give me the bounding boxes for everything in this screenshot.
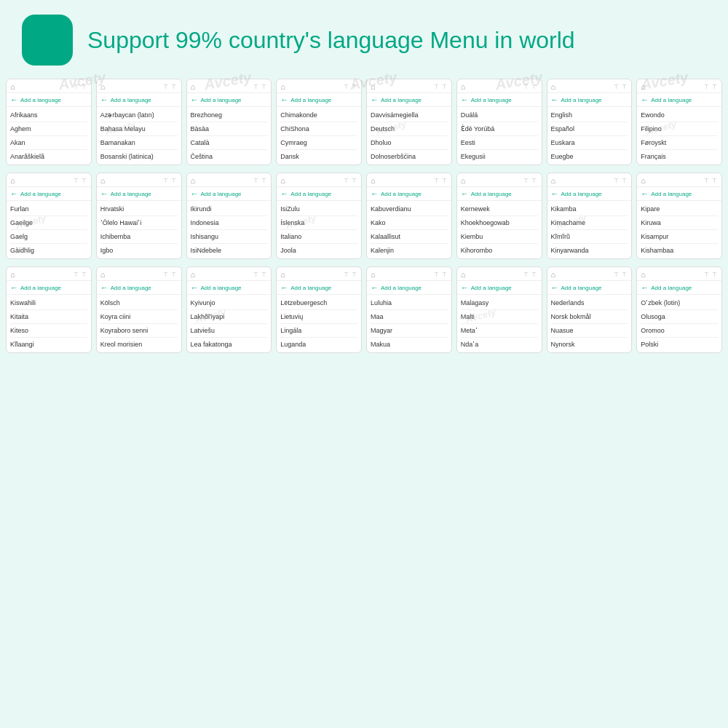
language-item[interactable]: Kalenjin xyxy=(371,244,448,257)
nav-row[interactable]: ←Add a language xyxy=(367,93,451,107)
add-language-label[interactable]: Add a language xyxy=(111,97,151,103)
language-item[interactable]: Català xyxy=(191,136,268,150)
language-item[interactable]: Kiteso xyxy=(10,324,87,338)
language-item[interactable]: Kisampur xyxy=(641,230,718,244)
language-item[interactable]: Kihorombo xyxy=(461,244,538,257)
nav-row[interactable]: ←Add a language xyxy=(637,93,721,107)
language-item[interactable]: English xyxy=(551,108,628,122)
back-arrow-icon[interactable]: ← xyxy=(551,189,559,198)
language-item[interactable]: Luluhia xyxy=(371,296,448,310)
nav-row[interactable]: ←Add a language xyxy=(7,93,91,107)
back-arrow-icon[interactable]: ← xyxy=(371,283,379,292)
language-item[interactable]: Lakhõl'iyapi xyxy=(191,310,268,324)
back-arrow-icon[interactable]: ← xyxy=(641,283,649,292)
language-item[interactable]: Cymraeg xyxy=(280,136,357,150)
language-item[interactable]: Kernewek xyxy=(461,202,538,216)
language-item[interactable]: Euskara xyxy=(551,136,628,150)
nav-row[interactable]: ←Add a language xyxy=(187,187,272,201)
language-item[interactable]: Français xyxy=(641,150,718,163)
language-item[interactable]: Nederlands xyxy=(551,296,628,310)
language-item[interactable]: Furlan xyxy=(10,202,87,216)
back-arrow-icon[interactable]: ← xyxy=(371,189,379,198)
nav-row[interactable]: ←Add a language xyxy=(187,281,272,295)
language-item[interactable]: Chimakonde xyxy=(280,108,357,122)
add-language-label[interactable]: Add a language xyxy=(201,285,242,291)
back-arrow-icon[interactable]: ← xyxy=(10,95,18,104)
language-item[interactable]: Bamanakan xyxy=(100,136,178,150)
language-item[interactable]: Euegbe xyxy=(551,150,628,163)
language-item[interactable]: Lëtzebuergesch xyxy=(280,296,357,310)
add-language-label[interactable]: Add a language xyxy=(290,285,331,291)
back-arrow-icon[interactable]: ← xyxy=(100,189,108,198)
language-item[interactable]: Metaʼ xyxy=(461,324,538,338)
language-item[interactable]: Anarâškielâ xyxy=(10,150,87,163)
language-item[interactable]: Kiembu xyxy=(461,230,538,244)
add-language-label[interactable]: Add a language xyxy=(111,191,151,197)
add-language-label[interactable]: Add a language xyxy=(201,97,242,103)
back-arrow-icon[interactable]: ← xyxy=(100,283,108,292)
language-item[interactable]: Gàidhlig xyxy=(10,244,87,257)
add-language-label[interactable]: Add a language xyxy=(651,191,692,197)
language-item[interactable]: Gaelg xyxy=(10,230,87,244)
language-item[interactable]: Ewondo xyxy=(641,108,718,122)
back-arrow-icon[interactable]: ← xyxy=(551,95,559,104)
add-language-label[interactable]: Add a language xyxy=(381,191,422,197)
language-item[interactable]: Duálá xyxy=(461,108,538,122)
language-item[interactable]: Deutsch xyxy=(371,122,448,136)
nav-row[interactable]: ←Add a language xyxy=(367,187,451,201)
add-language-label[interactable]: Add a language xyxy=(20,97,61,103)
language-item[interactable]: Kitaita xyxy=(10,310,87,324)
language-item[interactable]: IsiNdebele xyxy=(191,244,268,257)
add-language-label[interactable]: Add a language xyxy=(471,285,512,291)
language-item[interactable]: Luganda xyxy=(280,338,357,351)
back-arrow-icon[interactable]: ← xyxy=(280,283,288,292)
language-item[interactable]: Italiano xyxy=(280,230,357,244)
add-language-label[interactable]: Add a language xyxy=(290,191,331,197)
nav-row[interactable]: ←Add a language xyxy=(547,187,632,201)
nav-row[interactable]: ←Add a language xyxy=(277,187,361,201)
language-item[interactable]: IsiZulu xyxy=(280,202,357,216)
language-item[interactable]: Kinyarwanda xyxy=(551,244,628,257)
language-item[interactable]: Kiruwa xyxy=(641,216,718,230)
language-item[interactable]: Kĩlaangi xyxy=(10,338,87,351)
language-item[interactable]: Ɛ̀dè Yorùbá xyxy=(461,122,538,136)
language-item[interactable]: Igbo xyxy=(100,244,178,257)
language-item[interactable]: Kreol morisien xyxy=(100,338,178,351)
language-item[interactable]: Aghem xyxy=(10,122,87,136)
back-arrow-icon[interactable]: ← xyxy=(191,95,199,104)
language-item[interactable]: Olusoga xyxy=(641,310,718,324)
back-arrow-icon[interactable]: ← xyxy=(191,283,199,292)
language-item[interactable]: Gaeilge xyxy=(10,216,87,230)
language-item[interactable]: Lietuvių xyxy=(280,310,357,324)
nav-row[interactable]: ←Add a language xyxy=(637,281,721,295)
language-item[interactable]: Íslenska xyxy=(280,216,357,230)
back-arrow-icon[interactable]: ← xyxy=(641,189,649,198)
language-item[interactable]: Maa xyxy=(371,310,448,324)
nav-row[interactable]: ←Add a language xyxy=(97,187,181,201)
nav-row[interactable]: ←Add a language xyxy=(547,93,632,107)
nav-row[interactable]: ←Add a language xyxy=(187,93,272,107)
language-item[interactable]: Kipare xyxy=(641,202,718,216)
language-item[interactable]: Kalaallisut xyxy=(371,230,448,244)
add-language-label[interactable]: Add a language xyxy=(651,285,692,291)
nav-row[interactable]: ←Add a language xyxy=(7,187,91,201)
language-item[interactable]: Malagasy xyxy=(461,296,538,310)
language-item[interactable]: Bahasa Melayu xyxy=(100,122,178,136)
nav-row[interactable]: ←Add a language xyxy=(277,93,361,107)
language-item[interactable]: Lea fakatonga xyxy=(191,338,268,351)
language-item[interactable]: ChiShona xyxy=(280,122,357,136)
add-language-label[interactable]: Add a language xyxy=(381,285,422,291)
language-item[interactable]: ʻŌlelo Hawaiʻi xyxy=(100,216,178,230)
back-arrow-icon[interactable]: ← xyxy=(280,95,288,104)
back-arrow-icon[interactable]: ← xyxy=(461,95,469,104)
language-item[interactable]: Dholuo xyxy=(371,136,448,150)
language-item[interactable]: Davvisámegiella xyxy=(371,108,448,122)
back-arrow-icon[interactable]: ← xyxy=(461,283,469,292)
language-item[interactable]: Norsk bokmål xyxy=(551,310,628,324)
language-item[interactable]: Oʻzbek (lotin) xyxy=(641,296,718,310)
back-arrow-icon[interactable]: ← xyxy=(280,189,288,198)
language-item[interactable]: Kako xyxy=(371,216,448,230)
language-item[interactable]: Oromoo xyxy=(641,324,718,338)
nav-row[interactable]: ←Add a language xyxy=(457,281,542,295)
add-language-label[interactable]: Add a language xyxy=(201,191,242,197)
